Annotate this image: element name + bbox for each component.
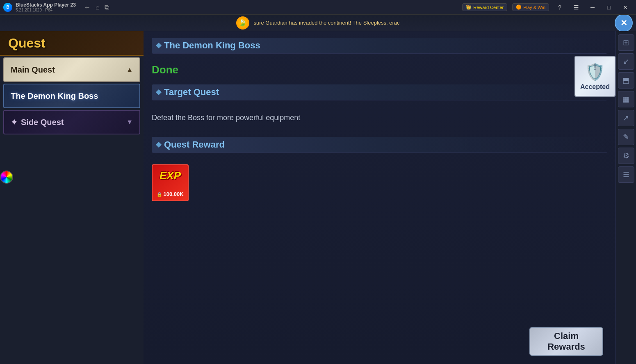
shield-icon: 🛡️ ! xyxy=(585,62,605,82)
app-version: 5.21.201.1029 · P64 xyxy=(16,8,76,12)
app-name: BlueStacks App Player 23 xyxy=(16,2,76,8)
main-quest-label: Main Quest xyxy=(11,65,55,75)
target-quest-description: Defeat the Boss for more powerful equipm… xyxy=(152,107,607,129)
target-quest-diamond-icon xyxy=(156,89,162,95)
right-icon-btn-3[interactable]: ⬒ xyxy=(618,72,634,89)
reward-center-label: Reward Center xyxy=(473,5,504,10)
exp-label: EXP xyxy=(160,169,181,182)
nav-controls: ← ⌂ ⧉ xyxy=(84,4,109,11)
sparkle-icon: ✦ xyxy=(11,117,18,127)
nav-home-button[interactable]: ⌂ xyxy=(96,4,100,11)
nav-back-button[interactable]: ← xyxy=(84,4,91,11)
play-win-label: Play & Win xyxy=(523,5,545,10)
target-quest-section: Target Quest Defeat the Boss for more po… xyxy=(152,84,607,129)
right-sidebar: ⊞ ↙ ⬒ ▦ ↗ ✎ ⚙ ☰ xyxy=(615,31,636,364)
help-button[interactable]: ? xyxy=(554,3,565,12)
color-orb[interactable] xyxy=(0,171,13,184)
sidebar: Main Quest ▲ The Demon King Boss ✦ Side … xyxy=(0,31,144,364)
accepted-label: Accepted xyxy=(580,83,610,91)
demon-king-boss-section-title: The Demon King Boss xyxy=(164,40,260,51)
maximize-button[interactable]: □ xyxy=(603,3,615,12)
right-icon-btn-8[interactable]: ☰ xyxy=(618,166,634,183)
target-quest-section-header: Target Quest xyxy=(152,84,607,100)
bluestacks-logo: B xyxy=(3,3,12,12)
right-icon-btn-6[interactable]: ✎ xyxy=(618,129,634,145)
quest-reward-title: Quest Reward xyxy=(164,139,225,150)
exp-lock-icon: 🔒 xyxy=(157,192,162,197)
minimize-button[interactable]: ─ xyxy=(587,3,598,12)
quest-reward-section: Quest Reward EXP 🔒100.00K xyxy=(152,137,607,203)
play-win-icon: 🟠 xyxy=(516,5,522,10)
demon-king-boss-section-header: The Demon King Boss xyxy=(152,38,607,54)
side-quest-label: Side Quest xyxy=(21,118,64,127)
right-icon-btn-2[interactable]: ↙ xyxy=(618,53,634,70)
exp-reward-item[interactable]: EXP 🔒100.00K xyxy=(152,164,189,201)
right-icon-btn-4[interactable]: ▦ xyxy=(618,91,634,107)
right-icon-btn-5[interactable]: ↗ xyxy=(618,110,634,126)
side-quest-left: ✦ Side Quest xyxy=(11,117,64,127)
demon-king-boss-label: The Demon King Boss xyxy=(11,91,98,101)
title-bar-left: B BlueStacks App Player 23 5.21.201.1029… xyxy=(0,2,109,12)
sidebar-item-main-quest[interactable]: Main Quest ▲ xyxy=(3,57,140,82)
exp-value: 🔒100.00K xyxy=(157,191,183,197)
menu-button[interactable]: ☰ xyxy=(570,3,582,12)
claim-rewards-button[interactable]: ClaimRewards xyxy=(529,327,603,356)
app-name-group: BlueStacks App Player 23 5.21.201.1029 ·… xyxy=(16,2,76,12)
right-icon-btn-7[interactable]: ⚙ xyxy=(618,148,634,164)
sidebar-item-demon-king-boss[interactable]: The Demon King Boss xyxy=(3,84,140,108)
section-diamond-icon xyxy=(156,43,162,48)
quest-title-area: Quest xyxy=(0,31,144,56)
sidebar-inner: Main Quest ▲ The Demon King Boss ✦ Side … xyxy=(0,56,144,136)
title-bar-right: 👑 Reward Center 🟠 Play & Win ? ☰ ─ □ ✕ xyxy=(462,3,636,12)
right-icon-btn-1[interactable]: ⊞ xyxy=(618,34,634,51)
quest-reward-diamond-icon xyxy=(156,142,162,148)
play-win-button[interactable]: 🟠 Play & Win xyxy=(512,3,549,11)
sidebar-item-side-quest[interactable]: ✦ Side Quest ▼ xyxy=(3,110,140,134)
reward-center-button[interactable]: 👑 Reward Center xyxy=(462,3,507,11)
ticker-bar: 🍃 sure Guardian has invaded the continen… xyxy=(0,15,636,31)
close-button[interactable]: ✕ xyxy=(620,3,631,12)
exclamation-icon: ! xyxy=(594,63,596,72)
quest-main-title: Quest xyxy=(8,36,46,51)
ticker-close-button[interactable]: ✕ xyxy=(615,14,633,32)
reward-crown-icon: 👑 xyxy=(466,5,472,10)
nav-copy-button[interactable]: ⧉ xyxy=(105,4,109,11)
title-bar: B BlueStacks App Player 23 5.21.201.1029… xyxy=(0,0,636,15)
ticker-icon: 🍃 xyxy=(236,16,249,30)
quest-reward-section-header: Quest Reward xyxy=(152,137,607,153)
quest-status: Done xyxy=(152,60,607,84)
main-quest-chevron-icon: ▲ xyxy=(126,66,133,73)
side-quest-chevron-icon: ▼ xyxy=(126,118,133,126)
claim-rewards-label: ClaimRewards xyxy=(547,331,585,353)
ticker-text: sure Guardian has invaded the continent!… xyxy=(253,20,399,26)
quest-content-area: The Demon King Boss Done Target Quest De… xyxy=(144,31,615,364)
target-quest-title: Target Quest xyxy=(164,87,219,98)
accepted-badge: 🛡️ ! Accepted xyxy=(574,56,615,97)
